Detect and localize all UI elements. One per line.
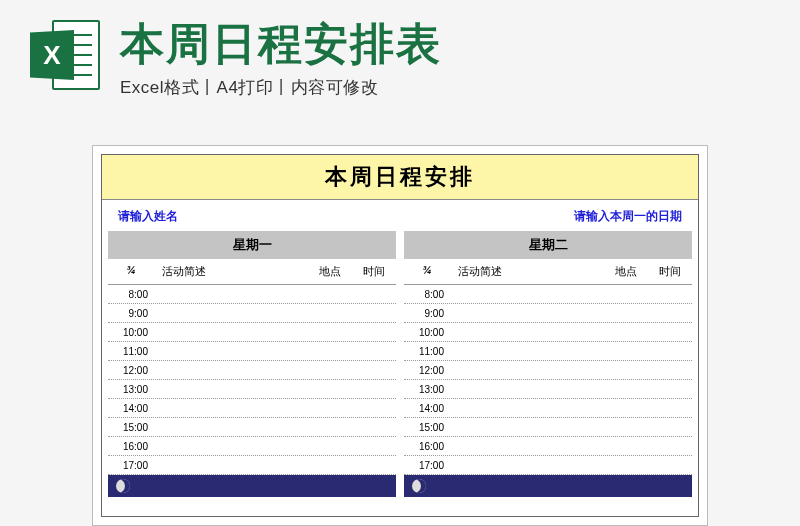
col-activity: 活动简述 (154, 264, 308, 279)
col-place: 地点 (604, 264, 648, 279)
page-title: 本周日程安排表 (120, 20, 770, 68)
sheet-title: 本周日程安排 (102, 155, 698, 200)
time-row[interactable]: 15:00 (404, 418, 692, 437)
time-label: 14:00 (404, 403, 450, 414)
moon-icon (116, 479, 130, 493)
col-place: 地点 (308, 264, 352, 279)
time-row[interactable]: 12:00 (108, 361, 396, 380)
time-row[interactable]: 14:00 (404, 399, 692, 418)
time-label: 15:00 (404, 422, 450, 433)
day-column-tuesday: 星期二 ¾ 活动简述 地点 时间 8:009:0010:0011:0012:00… (404, 231, 692, 497)
time-row[interactable]: 13:00 (108, 380, 396, 399)
time-row[interactable]: 9:00 (108, 304, 396, 323)
name-input-placeholder[interactable]: 请输入姓名 (118, 208, 178, 225)
time-row[interactable]: 17:00 (108, 456, 396, 475)
time-row[interactable]: 8:00 (404, 285, 692, 304)
col-time: 时间 (352, 264, 396, 279)
time-row[interactable]: 11:00 (108, 342, 396, 361)
date-input-placeholder[interactable]: 请输入本周一的日期 (574, 208, 682, 225)
time-label: 17:00 (404, 460, 450, 471)
time-label: 8:00 (108, 289, 154, 300)
day-column-monday: 星期一 ¾ 活动简述 地点 时间 8:009:0010:0011:0012:00… (108, 231, 396, 497)
day-header: 星期一 (108, 231, 396, 259)
time-label: 16:00 (108, 441, 154, 452)
time-row[interactable]: 12:00 (404, 361, 692, 380)
time-row[interactable]: 17:00 (404, 456, 692, 475)
night-bar (404, 475, 692, 497)
time-row[interactable]: 11:00 (404, 342, 692, 361)
document-preview: 本周日程安排 请输入姓名 请输入本周一的日期 星期一 ¾ 活动简述 地点 时间 … (92, 145, 708, 526)
col-time: 时间 (648, 264, 692, 279)
time-label: 14:00 (108, 403, 154, 414)
time-label: 12:00 (404, 365, 450, 376)
time-label: 16:00 (404, 441, 450, 452)
excel-icon-letter: X (30, 30, 74, 80)
time-rows-monday: 8:009:0010:0011:0012:0013:0014:0015:0016… (108, 285, 396, 475)
col-date: ¾ (404, 264, 450, 279)
day-header: 星期二 (404, 231, 692, 259)
time-label: 15:00 (108, 422, 154, 433)
time-row[interactable]: 10:00 (108, 323, 396, 342)
time-rows-tuesday: 8:009:0010:0011:0012:0013:0014:0015:0016… (404, 285, 692, 475)
moon-icon (412, 479, 426, 493)
time-row[interactable]: 13:00 (404, 380, 692, 399)
time-row[interactable]: 16:00 (108, 437, 396, 456)
time-row[interactable]: 15:00 (108, 418, 396, 437)
time-label: 13:00 (404, 384, 450, 395)
time-label: 9:00 (404, 308, 450, 319)
time-label: 11:00 (404, 346, 450, 357)
time-label: 13:00 (108, 384, 154, 395)
time-row[interactable]: 16:00 (404, 437, 692, 456)
col-date: ¾ (108, 264, 154, 279)
night-bar (108, 475, 396, 497)
time-label: 10:00 (108, 327, 154, 338)
time-row[interactable]: 10:00 (404, 323, 692, 342)
time-row[interactable]: 8:00 (108, 285, 396, 304)
time-label: 9:00 (108, 308, 154, 319)
time-label: 8:00 (404, 289, 450, 300)
time-label: 11:00 (108, 346, 154, 357)
col-activity: 活动简述 (450, 264, 604, 279)
time-label: 12:00 (108, 365, 154, 376)
time-label: 10:00 (404, 327, 450, 338)
page-subtitle: Excel格式丨A4打印丨内容可修改 (120, 76, 770, 99)
time-row[interactable]: 9:00 (404, 304, 692, 323)
time-row[interactable]: 14:00 (108, 399, 396, 418)
time-label: 17:00 (108, 460, 154, 471)
excel-icon: X (30, 20, 100, 90)
